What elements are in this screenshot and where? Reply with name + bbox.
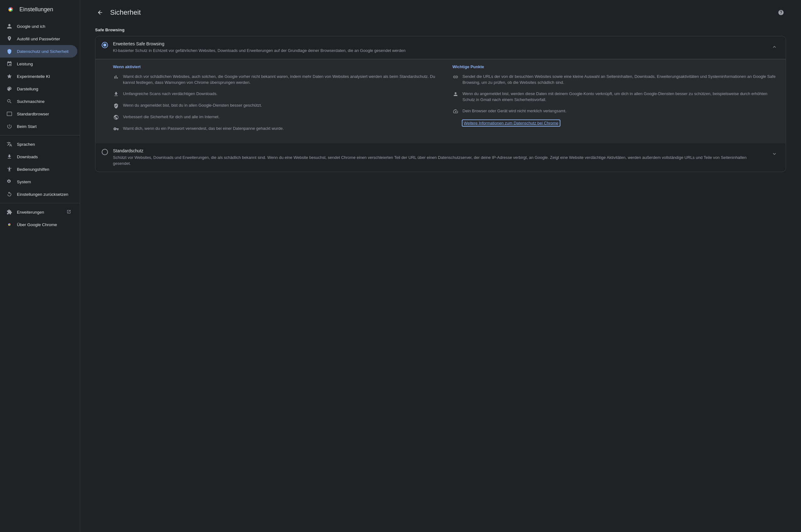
wichtige-punkte-header: Wichtige Punkte — [452, 64, 779, 69]
radio-standardschutz[interactable] — [102, 149, 108, 155]
content-area: Safe Browsing Erweitertes Safe Browsing … — [80, 22, 801, 187]
sidebar-item-erweiterungen[interactable]: Erweiterungen — [0, 206, 77, 218]
wichtige-feature-3: Dein Browser oder Gerät wird nicht merkl… — [452, 108, 779, 114]
wichtige-feature-1-text: Sendet die URLs der von dir besuchten We… — [463, 74, 779, 86]
sidebar-item-leistung[interactable]: Leistung — [0, 58, 77, 70]
wenn-feature-4: Verbessert die Sicherheit für dich und a… — [113, 114, 440, 120]
sidebar-label-beim-start: Beim Start — [17, 124, 37, 129]
external-link-icon — [67, 210, 71, 215]
search-nav-icon — [6, 98, 13, 104]
languages-icon — [6, 141, 13, 147]
wenn-feature-5-text: Warnt dich, wenn du ein Passwort verwend… — [123, 126, 284, 132]
sidebar-label-einstellungen-zuruecksetzen: Einstellungen zurücksetzen — [17, 192, 68, 197]
extensions-icon — [6, 209, 13, 215]
option-erweitertes-content: Erweitertes Safe Browsing KI-basierter S… — [113, 41, 764, 54]
sidebar-label-system: System — [17, 179, 31, 184]
sidebar-label-google-und-ich: Google und ich — [17, 24, 45, 29]
sidebar-label-autofill: Autofill und Passwörter — [17, 37, 60, 41]
globe-icon — [113, 114, 119, 120]
back-button[interactable] — [95, 7, 105, 18]
sidebar-item-downloads[interactable]: Downloads — [0, 150, 77, 163]
wenn-aktiviert-header: Wenn aktiviert — [113, 64, 440, 69]
option-erweitertes-desc: KI-basierter Schutz in Echtzeit vor gefä… — [113, 48, 764, 54]
svg-point-3 — [9, 224, 10, 225]
safe-browsing-card: Erweitertes Safe Browsing KI-basierter S… — [95, 36, 786, 172]
option-standardschutz-desc: Schützt vor Websites, Downloads und Erwe… — [113, 154, 764, 167]
download-icon — [6, 154, 13, 160]
page-title: Sicherheit — [110, 8, 771, 17]
shield-check-icon — [113, 102, 119, 109]
sidebar-label-erweiterungen: Erweiterungen — [17, 210, 44, 214]
expanded-details: Wenn aktiviert Warnt dich vor schädliche… — [95, 59, 786, 143]
chrome-logo-icon — [6, 5, 15, 14]
autofill-icon — [6, 36, 13, 42]
nav-divider-1 — [0, 135, 80, 135]
wichtige-feature-1: Sendet die URLs der von dir besuchten We… — [452, 74, 779, 86]
wenn-feature-3: Wenn du angemeldet bist, bist du in alle… — [113, 102, 440, 109]
nav-divider-2 — [0, 203, 80, 203]
privacy-link[interactable]: Weitere Informationen zum Datenschutz be… — [462, 119, 560, 127]
sidebar-item-datenschutz[interactable]: Datenschutz und Sicherheit — [0, 45, 77, 58]
radio-erweitertes[interactable] — [102, 42, 108, 48]
svg-point-1 — [10, 8, 12, 11]
sidebar-header: Einstellungen — [0, 0, 80, 19]
wenn-aktiviert-col: Wenn aktiviert Warnt dich vor schädliche… — [113, 64, 440, 137]
privacy-link-wrapper: Weitere Informationen zum Datenschutz be… — [462, 119, 779, 127]
sidebar-item-google-und-ich[interactable]: Google und ich — [0, 20, 77, 33]
sidebar: Einstellungen Google und ich Autofill un… — [0, 0, 80, 532]
sidebar-item-darstellung[interactable]: Darstellung — [0, 82, 77, 95]
link-icon — [452, 74, 459, 80]
wichtige-feature-2: Wenn du angemeldet bist, werden diese Da… — [452, 91, 779, 103]
sidebar-item-uber-chrome[interactable]: Über Google Chrome — [0, 218, 77, 231]
sidebar-item-autofill[interactable]: Autofill und Passwörter — [0, 33, 77, 45]
sidebar-label-bedienungshilfen: Bedienungshilfen — [17, 167, 50, 172]
sidebar-item-experimentelle-ki[interactable]: Experimentelle KI — [0, 70, 77, 82]
option-standardschutz-title: Standardschutz — [113, 148, 764, 153]
section-title: Safe Browsing — [95, 22, 786, 36]
sidebar-label-standardbrowser: Standardbrowser — [17, 112, 49, 116]
wichtige-feature-2-text: Wenn du angemeldet bist, werden diese Da… — [463, 91, 779, 103]
wenn-feature-5: Warnt dich, wenn du ein Passwort verwend… — [113, 126, 440, 132]
system-icon — [6, 178, 13, 185]
main-content: Sicherheit Safe Browsing Erweitertes Saf… — [80, 0, 801, 532]
sidebar-item-beim-start[interactable]: Beim Start — [0, 120, 77, 133]
download-scan-icon — [113, 91, 119, 97]
chart-bar-icon — [113, 74, 119, 80]
help-button[interactable] — [776, 7, 786, 18]
speed-icon — [452, 108, 459, 114]
wichtige-punkte-col: Wichtige Punkte Sendet die URLs der von … — [452, 64, 779, 137]
option-erweitertes[interactable]: Erweitertes Safe Browsing KI-basierter S… — [95, 36, 786, 59]
expand-button-standardschutz[interactable] — [769, 149, 779, 159]
sidebar-label-ki: Experimentelle KI — [17, 74, 50, 79]
wenn-feature-1: Warnt dich vor schädlichen Websites, auc… — [113, 74, 440, 86]
sidebar-item-system[interactable]: System — [0, 175, 77, 188]
wenn-feature-1-text: Warnt dich vor schädlichen Websites, auc… — [123, 74, 440, 86]
sidebar-label-darstellung: Darstellung — [17, 87, 38, 91]
collapse-button[interactable] — [769, 42, 779, 52]
performance-icon — [6, 61, 13, 67]
sidebar-item-standardbrowser[interactable]: Standardbrowser — [0, 108, 77, 120]
option-standardschutz[interactable]: Standardschutz Schützt vor Websites, Dow… — [95, 143, 786, 172]
shield-active-icon — [6, 48, 13, 54]
wenn-feature-2-text: Umfangreiche Scans nach verdächtigen Dow… — [123, 91, 218, 97]
wenn-feature-4-text: Verbessert die Sicherheit für dich und a… — [123, 114, 220, 120]
sidebar-label-sprachen: Sprachen — [17, 142, 35, 147]
sidebar-label-suchmaschine: Suchmaschine — [17, 99, 45, 104]
sidebar-label-datenschutz: Datenschutz und Sicherheit — [17, 49, 69, 54]
person-icon — [452, 91, 459, 97]
reset-icon — [6, 191, 13, 197]
sidebar-label-leistung: Leistung — [17, 62, 33, 66]
two-column-layout: Wenn aktiviert Warnt dich vor schädliche… — [113, 64, 779, 137]
app-title: Einstellungen — [19, 6, 53, 13]
sidebar-item-suchmaschine[interactable]: Suchmaschine — [0, 95, 77, 108]
google-icon — [6, 23, 13, 30]
start-icon — [6, 123, 13, 130]
wenn-feature-2: Umfangreiche Scans nach verdächtigen Dow… — [113, 91, 440, 97]
sidebar-item-sprachen[interactable]: Sprachen — [0, 138, 77, 150]
top-bar: Sicherheit — [80, 0, 801, 22]
sidebar-item-bedienungshilfen[interactable]: Bedienungshilfen — [0, 163, 77, 175]
option-erweitertes-title: Erweitertes Safe Browsing — [113, 41, 764, 46]
sidebar-label-downloads: Downloads — [17, 154, 38, 159]
sidebar-item-einstellungen-zuruecksetzen[interactable]: Einstellungen zurücksetzen — [0, 188, 77, 201]
browser-icon — [6, 111, 13, 117]
